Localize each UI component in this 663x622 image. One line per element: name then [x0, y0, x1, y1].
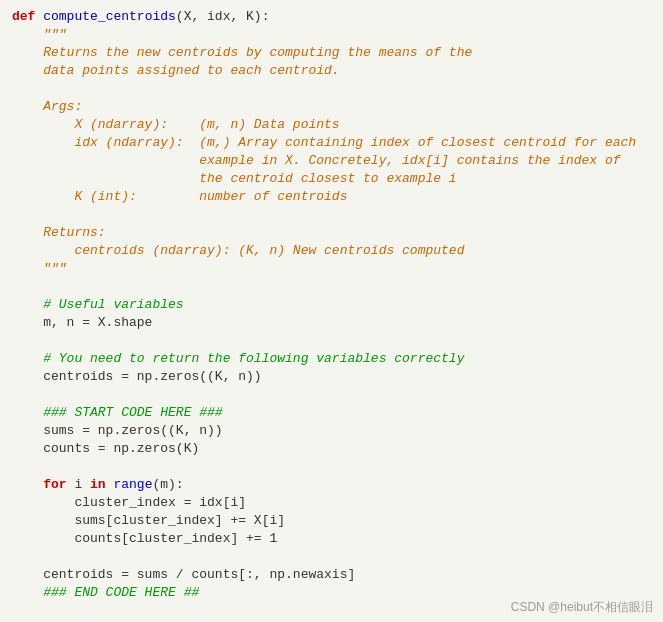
code-line: Returns the new centroids by computing t…: [12, 44, 651, 62]
code-token: K (int): number of centroids: [12, 189, 347, 204]
code-line: # Useful variables: [12, 296, 651, 314]
code-token: centroids (ndarray): (K, n) New centroid…: [12, 243, 464, 258]
code-line: sums[cluster_index] += X[i]: [12, 512, 651, 530]
code-line: Args:: [12, 98, 651, 116]
code-container: def compute_centroids(X, idx, K): """ Re…: [0, 0, 663, 622]
code-token: idx (ndarray): (m,) Array containing ind…: [12, 135, 636, 150]
code-line: [12, 278, 651, 296]
code-line: [12, 548, 651, 566]
code-line: [12, 80, 651, 98]
code-token: example in X. Concretely, idx[i] contain…: [12, 153, 621, 168]
code-token: centroids = np.zeros((K, n)): [12, 369, 262, 384]
code-token: counts[cluster_index] += 1: [12, 531, 277, 546]
code-token: (X, idx, K):: [176, 9, 270, 24]
code-token: def: [12, 9, 43, 24]
code-token: cluster_index = idx[i]: [12, 495, 246, 510]
code-token: sums[cluster_index] += X[i]: [12, 513, 285, 528]
code-line: for i in range(m):: [12, 476, 651, 494]
code-line: counts[cluster_index] += 1: [12, 530, 651, 548]
code-token: """: [12, 27, 67, 42]
code-token: compute_centroids: [43, 9, 176, 24]
code-token: centroids = sums / counts[:, np.newaxis]: [12, 567, 355, 582]
code-token: # You need to return the following varia…: [12, 351, 464, 366]
code-line: """: [12, 26, 651, 44]
code-line: data points assigned to each centroid.: [12, 62, 651, 80]
code-line: Returns:: [12, 224, 651, 242]
code-token: ### END CODE HERE ##: [12, 585, 199, 600]
code-line: m, n = X.shape: [12, 314, 651, 332]
code-token: ### START CODE HERE ###: [12, 405, 223, 420]
code-token: m, n = X.shape: [12, 315, 152, 330]
code-token: the centroid closest to example i: [12, 171, 457, 186]
code-line: example in X. Concretely, idx[i] contain…: [12, 152, 651, 170]
code-token: X (ndarray): (m, n) Data points: [12, 117, 340, 132]
code-line: idx (ndarray): (m,) Array containing ind…: [12, 134, 651, 152]
code-token: (m):: [152, 477, 183, 492]
code-line: centroids = sums / counts[:, np.newaxis]: [12, 566, 651, 584]
code-token: data points assigned to each centroid.: [12, 63, 340, 78]
code-token: sums = np.zeros((K, n)): [12, 423, 223, 438]
code-token: counts = np.zeros(K): [12, 441, 199, 456]
code-line: [12, 206, 651, 224]
code-line: K (int): number of centroids: [12, 188, 651, 206]
code-token: range: [113, 477, 152, 492]
code-line: counts = np.zeros(K): [12, 440, 651, 458]
code-block: def compute_centroids(X, idx, K): """ Re…: [12, 8, 651, 622]
code-token: i: [74, 477, 90, 492]
code-line: """: [12, 260, 651, 278]
code-line: centroids = np.zeros((K, n)): [12, 368, 651, 386]
code-line: [12, 386, 651, 404]
code-line: [12, 332, 651, 350]
code-token: """: [12, 261, 67, 276]
code-token: Args:: [12, 99, 82, 114]
code-token: # Useful variables: [12, 297, 184, 312]
code-line: def compute_centroids(X, idx, K):: [12, 8, 651, 26]
code-line: # You need to return the following varia…: [12, 350, 651, 368]
code-line: ### START CODE HERE ###: [12, 404, 651, 422]
code-token: in: [90, 477, 113, 492]
watermark: CSDN @heibut不相信眼泪: [511, 599, 653, 616]
code-token: Returns:: [12, 225, 106, 240]
code-line: centroids (ndarray): (K, n) New centroid…: [12, 242, 651, 260]
code-line: X (ndarray): (m, n) Data points: [12, 116, 651, 134]
code-token: Returns the new centroids by computing t…: [12, 45, 472, 60]
code-line: sums = np.zeros((K, n)): [12, 422, 651, 440]
code-line: the centroid closest to example i: [12, 170, 651, 188]
code-token: for: [12, 477, 74, 492]
code-line: cluster_index = idx[i]: [12, 494, 651, 512]
code-line: [12, 458, 651, 476]
